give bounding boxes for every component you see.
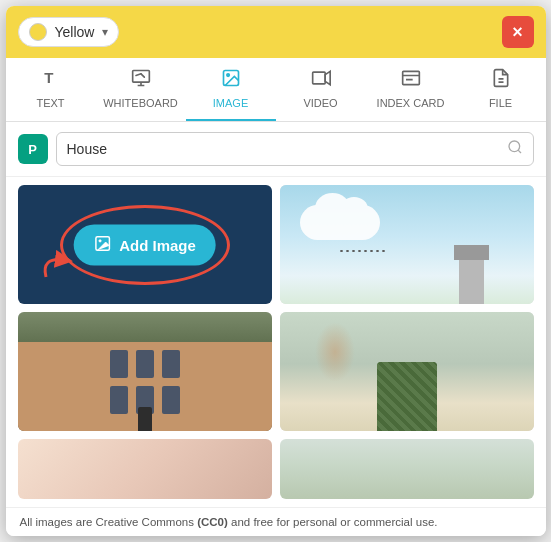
svg-point-7: [226, 74, 229, 77]
image-cell-5[interactable]: [18, 439, 272, 499]
close-button[interactable]: ×: [502, 16, 534, 48]
tab-image[interactable]: IMAGE: [186, 58, 276, 121]
svg-rect-8: [312, 72, 325, 84]
image-cell-2[interactable]: [280, 185, 534, 304]
image-grid: Add Image: [6, 177, 546, 507]
add-image-icon: [93, 234, 111, 255]
mossy-building: [377, 362, 437, 431]
footer-text-after: and free for personal or commercial use.: [228, 516, 438, 528]
whiteboard-icon: [131, 68, 151, 93]
modal-container: Yellow ▾ × T TEXT WHITEBOARD IMAGE: [6, 6, 546, 536]
color-dot: [29, 23, 47, 41]
chevron-down-icon: ▾: [102, 25, 108, 39]
tabs-bar: T TEXT WHITEBOARD IMAGE VIDEO I: [6, 58, 546, 122]
search-input-wrap: [56, 132, 534, 166]
svg-point-16: [509, 141, 520, 152]
file-icon: [491, 68, 511, 93]
search-row: P: [6, 122, 546, 177]
smoke-decoration: [315, 322, 355, 382]
index-card-icon: [401, 68, 421, 93]
color-label: Yellow: [55, 24, 95, 40]
tab-image-label: IMAGE: [213, 97, 248, 109]
image-icon: [221, 68, 241, 93]
image-cell-1[interactable]: Add Image: [18, 185, 272, 304]
svg-rect-10: [402, 71, 419, 84]
tab-whiteboard-label: WHITEBOARD: [103, 97, 178, 109]
building-facade: [18, 342, 272, 431]
add-image-button[interactable]: Add Image: [73, 224, 216, 265]
image-cell-4[interactable]: [280, 312, 534, 431]
header-bar: Yellow ▾ ×: [6, 6, 546, 58]
image-cell-6[interactable]: [280, 439, 534, 499]
tab-video-label: VIDEO: [303, 97, 337, 109]
pexels-logo: P: [18, 134, 48, 164]
search-input[interactable]: [67, 141, 507, 157]
birds-decoration: [340, 250, 420, 252]
image-cell-3[interactable]: [18, 312, 272, 431]
svg-text:T: T: [44, 69, 53, 86]
svg-point-19: [98, 239, 100, 241]
footer-cc0: (CC0): [197, 516, 228, 528]
tab-file-label: FILE: [489, 97, 512, 109]
footer: All images are Creative Commons (CC0) an…: [6, 507, 546, 536]
tab-index-card-label: INDEX CARD: [377, 97, 445, 109]
tab-whiteboard[interactable]: WHITEBOARD: [96, 58, 186, 121]
svg-marker-9: [325, 71, 330, 84]
svg-line-5: [141, 74, 144, 77]
footer-text-before: All images are Creative Commons: [20, 516, 198, 528]
add-image-overlay: Add Image: [73, 224, 216, 265]
tab-video[interactable]: VIDEO: [276, 58, 366, 121]
chimney-decoration: [459, 255, 484, 304]
search-icon: [507, 139, 523, 159]
tab-text-label: TEXT: [36, 97, 64, 109]
video-icon: [311, 68, 331, 93]
tab-text[interactable]: T TEXT: [6, 58, 96, 121]
text-icon: T: [41, 68, 61, 93]
tab-file[interactable]: FILE: [456, 58, 546, 121]
color-selector[interactable]: Yellow ▾: [18, 17, 120, 47]
svg-line-17: [518, 150, 521, 153]
cloud-decoration: [300, 205, 380, 240]
add-image-label: Add Image: [119, 236, 196, 253]
svg-rect-1: [132, 71, 149, 83]
tab-index-card[interactable]: INDEX CARD: [366, 58, 456, 121]
